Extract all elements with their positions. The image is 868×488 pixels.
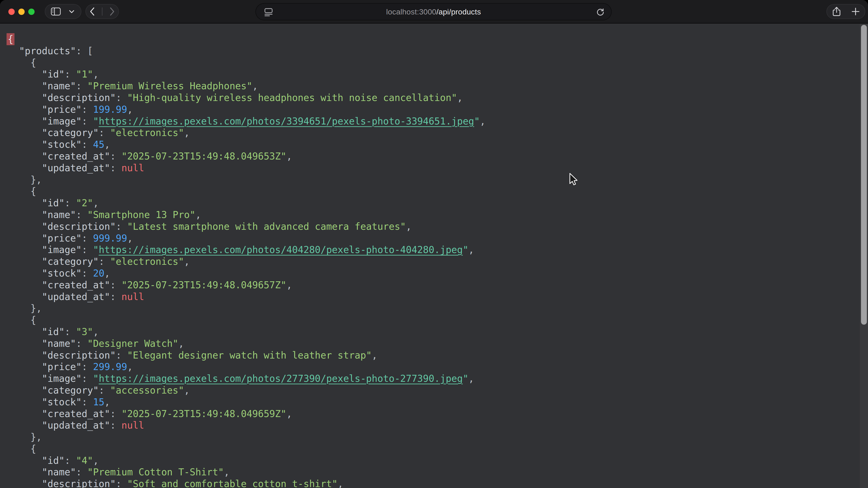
json-line: "name": "Premium Cotton T-Shirt", bbox=[8, 466, 868, 478]
json-line: "description": "Soft and comfortable cot… bbox=[8, 478, 868, 488]
json-line: "category": "accessories", bbox=[8, 385, 868, 396]
json-line: "description": "Latest smartphone with a… bbox=[8, 221, 868, 232]
json-line: "updated_at": null bbox=[8, 420, 868, 431]
back-chevron-icon bbox=[89, 7, 95, 16]
json-line: { bbox=[8, 443, 868, 455]
json-line: { bbox=[8, 314, 868, 326]
traffic-light-minimize-button[interactable] bbox=[18, 8, 25, 15]
page-preview-icon bbox=[264, 8, 274, 18]
json-line: "image": "https://images.pexels.com/phot… bbox=[8, 116, 868, 127]
browser-toolbar: localhost:3000/api/products bbox=[0, 0, 868, 24]
scrollbar-track[interactable] bbox=[860, 24, 868, 488]
json-line: "image": "https://images.pexels.com/phot… bbox=[8, 373, 868, 385]
json-line: "price": 299.99, bbox=[8, 361, 868, 373]
json-line: "products": [ bbox=[8, 45, 868, 57]
forward-button[interactable] bbox=[109, 7, 115, 16]
image-url-link[interactable]: https://images.pexels.com/photos/404280/… bbox=[99, 244, 463, 255]
json-line: "id": "2", bbox=[8, 197, 868, 209]
json-line: { bbox=[8, 57, 868, 69]
scrollbar-thumb[interactable] bbox=[861, 25, 867, 325]
json-line: { bbox=[8, 186, 868, 197]
history-nav-group bbox=[86, 4, 119, 19]
json-line: }, bbox=[8, 174, 868, 186]
json-line: "name": "Premium Wireless Headphones", bbox=[8, 80, 868, 92]
json-line: "category": "electronics", bbox=[8, 256, 868, 267]
back-button[interactable] bbox=[89, 7, 95, 16]
json-line: "id": "3", bbox=[8, 326, 868, 338]
json-line: "description": "Elegant designer watch w… bbox=[8, 350, 868, 361]
share-button[interactable] bbox=[832, 6, 842, 17]
image-url-link[interactable]: https://images.pexels.com/photos/3394651… bbox=[99, 116, 474, 127]
json-line: { bbox=[8, 33, 868, 45]
traffic-light-zoom-button[interactable] bbox=[28, 8, 35, 15]
json-line: "category": "electronics", bbox=[8, 127, 868, 139]
reload-icon bbox=[596, 8, 605, 17]
toolbar-actions-group bbox=[827, 4, 865, 19]
new-tab-plus-icon bbox=[851, 7, 860, 16]
sidebar-menu-chevron-button[interactable] bbox=[68, 9, 75, 14]
json-line: "stock": 15, bbox=[8, 396, 868, 408]
url-field[interactable]: localhost:3000/api/products bbox=[255, 3, 612, 20]
image-url-link[interactable]: https://images.pexels.com/photos/277390/… bbox=[99, 373, 463, 384]
content-area: { "products": [ { "id": "1", "name": "Pr… bbox=[0, 24, 868, 488]
forward-chevron-icon bbox=[109, 7, 115, 16]
json-line: "created_at": "2025-07-23T15:49:48.04965… bbox=[8, 151, 868, 162]
traffic-light-close-button[interactable] bbox=[8, 8, 15, 15]
json-line: "id": "4", bbox=[8, 455, 868, 466]
json-line: "image": "https://images.pexels.com/phot… bbox=[8, 244, 868, 256]
json-line: "stock": 45, bbox=[8, 139, 868, 151]
url-path: /api/products bbox=[436, 7, 481, 16]
sidebar-icon bbox=[51, 7, 61, 16]
json-content: { "products": [ { "id": "1", "name": "Pr… bbox=[0, 24, 868, 488]
json-line: }, bbox=[8, 431, 868, 443]
json-line: "description": "High-quality wireless he… bbox=[8, 92, 868, 104]
json-line: "created_at": "2025-07-23T15:49:48.04965… bbox=[8, 408, 868, 420]
json-line: "id": "1", bbox=[8, 68, 868, 80]
browser-window: localhost:3000/api/products bbox=[0, 0, 868, 488]
reload-button[interactable] bbox=[596, 8, 605, 17]
json-line: "name": "Smartphone 13 Pro", bbox=[8, 209, 868, 221]
json-line: "updated_at": null bbox=[8, 291, 868, 303]
json-line: "updated_at": null bbox=[8, 162, 868, 174]
sidebar-toggle-group bbox=[45, 4, 81, 19]
sidebar-toggle-button[interactable] bbox=[51, 7, 61, 16]
json-line: "name": "Designer Watch", bbox=[8, 338, 868, 350]
nav-divider bbox=[102, 7, 102, 15]
new-tab-button[interactable] bbox=[851, 7, 860, 16]
url-text: localhost:3000/api/products bbox=[256, 7, 611, 16]
share-icon bbox=[832, 6, 842, 17]
json-line: "price": 999.99, bbox=[8, 232, 868, 244]
json-line: "price": 199.99, bbox=[8, 104, 868, 116]
json-line: "created_at": "2025-07-23T15:49:48.04965… bbox=[8, 279, 868, 291]
url-host: localhost:3000 bbox=[386, 7, 436, 16]
json-line: "stock": 20, bbox=[8, 267, 868, 279]
chevron-down-icon bbox=[68, 9, 75, 14]
json-line: }, bbox=[8, 302, 868, 314]
